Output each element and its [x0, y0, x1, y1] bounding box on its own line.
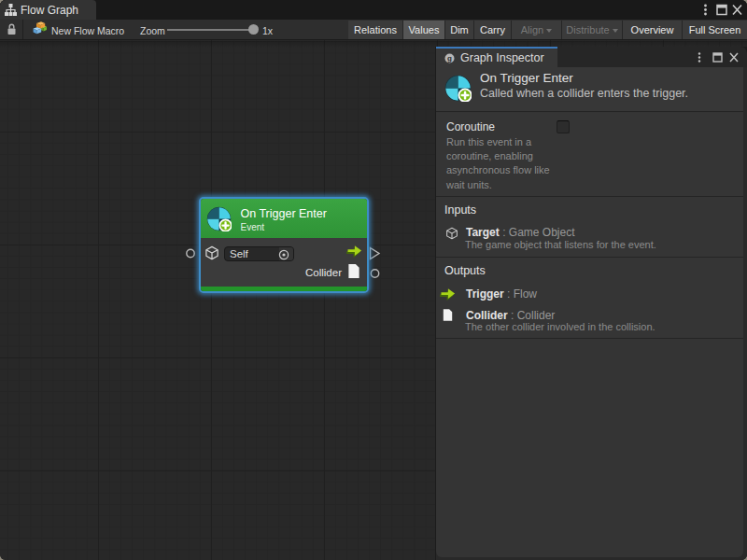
- svg-text:g: g: [447, 54, 452, 63]
